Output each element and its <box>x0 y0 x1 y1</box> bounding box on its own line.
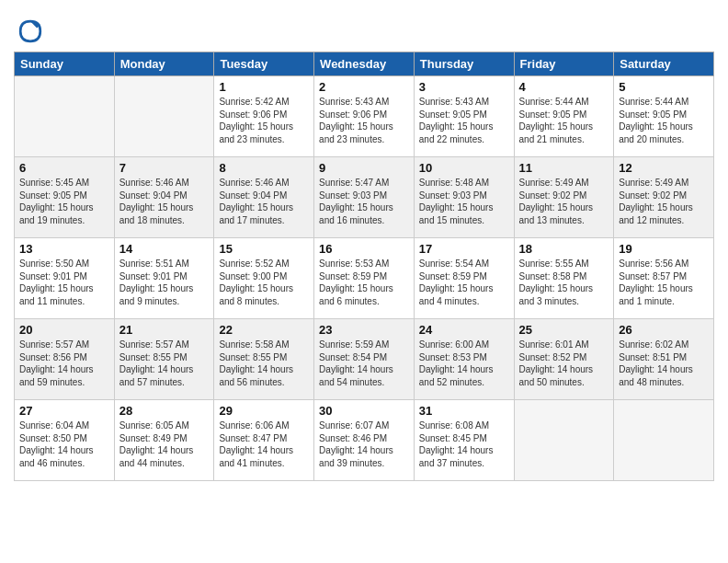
calendar-cell: 30Sunrise: 6:07 AM Sunset: 8:46 PM Dayli… <box>314 400 415 481</box>
day-number: 31 <box>419 404 509 418</box>
calendar-cell <box>15 76 115 157</box>
day-number: 14 <box>119 242 210 256</box>
calendar: SundayMondayTuesdayWednesdayThursdayFrid… <box>14 52 714 481</box>
day-number: 30 <box>319 404 409 418</box>
day-number: 1 <box>219 80 309 94</box>
calendar-cell: 9Sunrise: 5:47 AM Sunset: 9:03 PM Daylig… <box>314 157 415 238</box>
day-number: 13 <box>19 242 109 256</box>
day-info: Sunrise: 6:04 AM Sunset: 8:50 PM Dayligh… <box>19 419 109 469</box>
logo <box>14 15 51 48</box>
day-info: Sunrise: 5:47 AM Sunset: 9:03 PM Dayligh… <box>319 177 409 226</box>
day-number: 21 <box>119 323 210 337</box>
calendar-cell: 15Sunrise: 5:52 AM Sunset: 9:00 PM Dayli… <box>214 238 314 319</box>
day-number: 17 <box>419 242 509 256</box>
calendar-cell: 25Sunrise: 6:01 AM Sunset: 8:52 PM Dayli… <box>514 319 614 400</box>
calendar-week-row: 13Sunrise: 5:50 AM Sunset: 9:01 PM Dayli… <box>15 238 714 319</box>
day-info: Sunrise: 6:02 AM Sunset: 8:51 PM Dayligh… <box>619 339 709 388</box>
calendar-cell: 6Sunrise: 5:45 AM Sunset: 9:05 PM Daylig… <box>15 157 115 238</box>
day-info: Sunrise: 5:51 AM Sunset: 9:01 PM Dayligh… <box>119 258 210 307</box>
day-info: Sunrise: 5:57 AM Sunset: 8:55 PM Dayligh… <box>119 339 210 388</box>
calendar-cell: 4Sunrise: 5:44 AM Sunset: 9:05 PM Daylig… <box>514 76 614 157</box>
day-number: 2 <box>319 80 409 94</box>
day-info: Sunrise: 6:06 AM Sunset: 8:47 PM Dayligh… <box>219 419 309 469</box>
header <box>14 9 714 48</box>
day-number: 20 <box>19 323 109 337</box>
day-number: 22 <box>219 323 309 337</box>
calendar-cell: 12Sunrise: 5:49 AM Sunset: 9:02 PM Dayli… <box>614 157 714 238</box>
calendar-header-wednesday: Wednesday <box>314 52 415 76</box>
day-info: Sunrise: 6:01 AM Sunset: 8:52 PM Dayligh… <box>519 339 609 388</box>
calendar-cell: 7Sunrise: 5:46 AM Sunset: 9:04 PM Daylig… <box>114 157 214 238</box>
day-number: 28 <box>119 404 210 418</box>
day-info: Sunrise: 5:44 AM Sunset: 9:05 PM Dayligh… <box>519 96 609 145</box>
calendar-cell: 16Sunrise: 5:53 AM Sunset: 8:59 PM Dayli… <box>314 238 415 319</box>
day-number: 6 <box>19 161 109 175</box>
calendar-cell: 23Sunrise: 5:59 AM Sunset: 8:54 PM Dayli… <box>314 319 415 400</box>
day-number: 15 <box>219 242 309 256</box>
day-number: 27 <box>19 404 109 418</box>
day-info: Sunrise: 6:07 AM Sunset: 8:46 PM Dayligh… <box>319 419 409 469</box>
day-info: Sunrise: 5:55 AM Sunset: 8:58 PM Dayligh… <box>519 258 609 307</box>
calendar-week-row: 1Sunrise: 5:42 AM Sunset: 9:06 PM Daylig… <box>15 76 714 157</box>
calendar-header-row: SundayMondayTuesdayWednesdayThursdayFrid… <box>15 52 714 76</box>
day-number: 25 <box>519 323 609 337</box>
day-info: Sunrise: 5:42 AM Sunset: 9:06 PM Dayligh… <box>219 96 309 145</box>
day-info: Sunrise: 5:59 AM Sunset: 8:54 PM Dayligh… <box>319 339 409 388</box>
calendar-cell: 31Sunrise: 6:08 AM Sunset: 8:45 PM Dayli… <box>414 400 514 481</box>
calendar-cell: 21Sunrise: 5:57 AM Sunset: 8:55 PM Dayli… <box>114 319 214 400</box>
calendar-cell: 29Sunrise: 6:06 AM Sunset: 8:47 PM Dayli… <box>214 400 314 481</box>
day-info: Sunrise: 5:45 AM Sunset: 9:05 PM Dayligh… <box>19 177 109 226</box>
day-info: Sunrise: 5:56 AM Sunset: 8:57 PM Dayligh… <box>619 258 709 307</box>
calendar-cell: 13Sunrise: 5:50 AM Sunset: 9:01 PM Dayli… <box>15 238 115 319</box>
calendar-header-thursday: Thursday <box>414 52 514 76</box>
calendar-cell: 19Sunrise: 5:56 AM Sunset: 8:57 PM Dayli… <box>614 238 714 319</box>
calendar-cell: 24Sunrise: 6:00 AM Sunset: 8:53 PM Dayli… <box>414 319 514 400</box>
calendar-cell: 14Sunrise: 5:51 AM Sunset: 9:01 PM Dayli… <box>114 238 214 319</box>
day-number: 11 <box>519 161 609 175</box>
day-number: 26 <box>619 323 709 337</box>
calendar-cell: 8Sunrise: 5:46 AM Sunset: 9:04 PM Daylig… <box>214 157 314 238</box>
day-number: 5 <box>619 80 709 94</box>
day-number: 10 <box>419 161 509 175</box>
calendar-week-row: 6Sunrise: 5:45 AM Sunset: 9:05 PM Daylig… <box>15 157 714 238</box>
calendar-cell: 5Sunrise: 5:44 AM Sunset: 9:05 PM Daylig… <box>614 76 714 157</box>
day-info: Sunrise: 6:00 AM Sunset: 8:53 PM Dayligh… <box>419 339 509 388</box>
day-info: Sunrise: 6:05 AM Sunset: 8:49 PM Dayligh… <box>119 419 210 469</box>
calendar-week-row: 27Sunrise: 6:04 AM Sunset: 8:50 PM Dayli… <box>15 400 714 481</box>
day-number: 8 <box>219 161 309 175</box>
day-info: Sunrise: 5:58 AM Sunset: 8:55 PM Dayligh… <box>219 339 309 388</box>
calendar-cell: 17Sunrise: 5:54 AM Sunset: 8:59 PM Dayli… <box>414 238 514 319</box>
day-info: Sunrise: 5:43 AM Sunset: 9:05 PM Dayligh… <box>419 96 509 145</box>
calendar-cell: 20Sunrise: 5:57 AM Sunset: 8:56 PM Dayli… <box>15 319 115 400</box>
day-info: Sunrise: 5:43 AM Sunset: 9:06 PM Dayligh… <box>319 96 409 145</box>
calendar-cell: 27Sunrise: 6:04 AM Sunset: 8:50 PM Dayli… <box>15 400 115 481</box>
logo-icon <box>14 15 47 48</box>
calendar-header-saturday: Saturday <box>614 52 714 76</box>
day-number: 19 <box>619 242 709 256</box>
day-number: 18 <box>519 242 609 256</box>
calendar-cell: 28Sunrise: 6:05 AM Sunset: 8:49 PM Dayli… <box>114 400 214 481</box>
day-info: Sunrise: 5:57 AM Sunset: 8:56 PM Dayligh… <box>19 339 109 388</box>
day-info: Sunrise: 5:48 AM Sunset: 9:03 PM Dayligh… <box>419 177 509 226</box>
day-info: Sunrise: 5:49 AM Sunset: 9:02 PM Dayligh… <box>519 177 609 226</box>
calendar-cell: 1Sunrise: 5:42 AM Sunset: 9:06 PM Daylig… <box>214 76 314 157</box>
calendar-header-tuesday: Tuesday <box>214 52 314 76</box>
calendar-cell <box>614 400 714 481</box>
calendar-cell <box>114 76 214 157</box>
day-info: Sunrise: 5:54 AM Sunset: 8:59 PM Dayligh… <box>419 258 509 307</box>
calendar-cell: 18Sunrise: 5:55 AM Sunset: 8:58 PM Dayli… <box>514 238 614 319</box>
day-info: Sunrise: 5:53 AM Sunset: 8:59 PM Dayligh… <box>319 258 409 307</box>
calendar-header-friday: Friday <box>514 52 614 76</box>
day-info: Sunrise: 6:08 AM Sunset: 8:45 PM Dayligh… <box>419 419 509 469</box>
day-number: 7 <box>119 161 210 175</box>
day-info: Sunrise: 5:46 AM Sunset: 9:04 PM Dayligh… <box>219 177 309 226</box>
day-number: 23 <box>319 323 409 337</box>
calendar-cell <box>514 400 614 481</box>
day-number: 16 <box>319 242 409 256</box>
calendar-cell: 22Sunrise: 5:58 AM Sunset: 8:55 PM Dayli… <box>214 319 314 400</box>
day-number: 12 <box>619 161 709 175</box>
calendar-cell: 3Sunrise: 5:43 AM Sunset: 9:05 PM Daylig… <box>414 76 514 157</box>
calendar-cell: 11Sunrise: 5:49 AM Sunset: 9:02 PM Dayli… <box>514 157 614 238</box>
day-info: Sunrise: 5:44 AM Sunset: 9:05 PM Dayligh… <box>619 96 709 145</box>
calendar-week-row: 20Sunrise: 5:57 AM Sunset: 8:56 PM Dayli… <box>15 319 714 400</box>
